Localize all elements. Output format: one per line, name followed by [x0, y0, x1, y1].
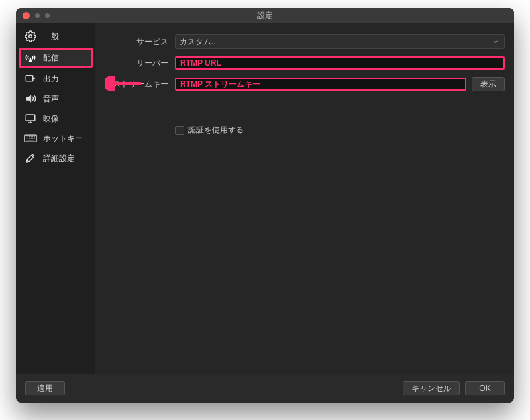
- svg-point-0: [29, 35, 32, 38]
- sidebar-item-label: 配信: [43, 52, 59, 64]
- service-select[interactable]: カスタム...: [175, 34, 505, 49]
- service-label: サービス: [95, 36, 175, 48]
- streamkey-label: ストリームキー: [95, 79, 175, 90]
- server-row: サーバー RTMP URL: [95, 54, 505, 72]
- sidebar-item-general[interactable]: 一般: [16, 26, 95, 46]
- sidebar-item-audio[interactable]: 音声: [16, 89, 95, 109]
- server-label: サーバー: [95, 58, 175, 69]
- sidebar-item-hotkeys[interactable]: ホットキー: [16, 129, 95, 148]
- streamkey-input[interactable]: RTMP ストリームキー: [175, 78, 466, 91]
- svg-rect-2: [26, 115, 35, 121]
- sidebar-item-advanced[interactable]: 詳細設定: [16, 148, 95, 168]
- speaker-icon: [23, 93, 38, 105]
- sidebar-item-video[interactable]: 映像: [16, 109, 95, 129]
- antenna-icon: [23, 52, 38, 64]
- streamkey-annotation-text: RTMP ストリームキー: [180, 79, 260, 90]
- show-key-button[interactable]: 表示: [472, 77, 505, 91]
- content-pane: サービス カスタム... サーバー RTMP URL ストリームキー: [95, 23, 514, 374]
- sidebar: 一般 配信 出力 音声: [16, 23, 95, 374]
- sidebar-item-label: 映像: [43, 113, 59, 125]
- tools-icon: [23, 152, 38, 164]
- output-icon: [23, 73, 38, 85]
- sidebar-item-output[interactable]: 出力: [16, 69, 95, 89]
- monitor-icon: [23, 113, 38, 125]
- titlebar: 設定: [16, 8, 514, 23]
- settings-window: 設定 一般 配信 出力: [16, 8, 514, 403]
- footer: 適用 キャンセル OK: [16, 374, 514, 403]
- sidebar-item-label: 一般: [43, 31, 59, 42]
- service-row: サービス カスタム...: [95, 33, 505, 50]
- keyboard-icon: [23, 134, 38, 143]
- sidebar-item-label: 音声: [43, 93, 59, 105]
- streamkey-row: ストリームキー RTMP ストリームキー 表示: [95, 76, 505, 93]
- cancel-button[interactable]: キャンセル: [403, 381, 460, 395]
- window-title: 設定: [16, 10, 514, 21]
- auth-checkbox[interactable]: [175, 126, 184, 135]
- apply-button[interactable]: 適用: [25, 381, 65, 395]
- sidebar-item-label: ホットキー: [43, 133, 83, 144]
- gear-icon: [23, 30, 38, 42]
- sidebar-item-label: 出力: [43, 74, 59, 85]
- server-input[interactable]: RTMP URL: [175, 56, 505, 70]
- sidebar-item-label: 詳細設定: [43, 153, 75, 164]
- ok-button[interactable]: OK: [465, 381, 505, 395]
- auth-row: 認証を使用する: [175, 125, 505, 136]
- svg-rect-1: [26, 76, 33, 81]
- sidebar-item-stream[interactable]: 配信: [19, 48, 93, 68]
- auth-checkbox-label: 認証を使用する: [188, 125, 244, 136]
- server-annotation-text: RTMP URL: [180, 58, 221, 68]
